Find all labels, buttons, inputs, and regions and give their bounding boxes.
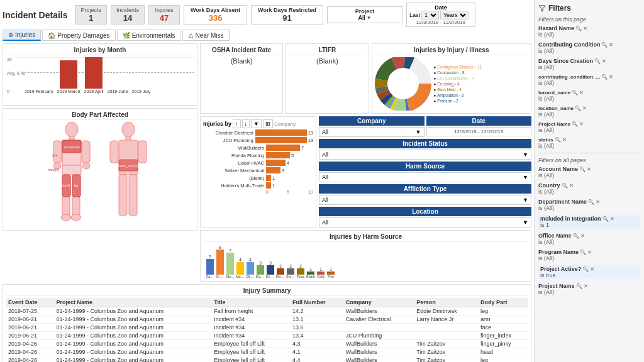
sort-asc-btn[interactable]: ↑ [233,119,241,128]
bar-july: 2019 July [131,88,150,94]
program-clear[interactable]: ✕ [587,250,592,255]
harm-bar-col: 1 Blank [306,267,315,278]
cc-filter-search[interactable]: 🔍 [601,74,608,80]
svg-rect-3 [53,141,62,163]
table-row[interactable]: 2019-04-26 01-24-1999 - Columbus Zoo and… [6,356,528,363]
office-clear[interactable]: ✕ [580,233,585,239]
svg-rect-29 [129,175,137,216]
program-search[interactable]: 🔍 [580,250,586,255]
proj-search[interactable]: 🔍 [572,121,578,127]
tab-environmentals[interactable]: 🌿 Environmentals [117,30,181,41]
loc-clear[interactable]: ✕ [582,106,587,111]
table-row[interactable]: 2019-04-26 01-24-1999 - Columbus Zoo and… [6,348,528,356]
proj-clear[interactable]: ✕ [579,121,584,127]
harm-bar [247,262,254,275]
projall-clear[interactable]: ✕ [584,283,588,289]
cell-person: Tim Zaitzov [414,348,478,356]
filter-contrib-cond: contributing_condition_... 🔍 ✕ is (All) [538,74,640,86]
company-name: Florida Flooring [203,153,266,158]
cell-person: Eddie Dmitrivisk [414,307,478,315]
company-dropdown[interactable]: All ▼ [319,127,425,137]
filter-account-name: Account Name 🔍 ✕ is (All) [538,166,640,178]
affliction-dropdown[interactable]: All ▼ [319,195,531,205]
col-company: Company [343,298,414,307]
incidents-kpi: Incidents 14 [111,5,145,25]
svg-rect-26 [138,141,147,163]
cell-body-part: leg [478,356,528,363]
svg-text:leg: leg [74,184,78,187]
tab-property-damages[interactable]: 🏠 Property Damages [42,30,115,41]
tab-bar: ⊕ Injuries 🏠 Property Damages 🌿 Environm… [3,30,531,41]
days-filter-search[interactable]: 🔍 [594,58,601,64]
sort-desc-btn[interactable]: ↓ [242,119,250,128]
office-search[interactable]: 🔍 [573,233,579,239]
filter-program-name: Program Name 🔍 ✕ is (All) [538,249,640,261]
svg-point-0 [65,122,78,137]
date-selectors[interactable]: Last 1 Years [409,11,472,19]
table-row[interactable]: 2019-06-21 01-24-1999 - Columbus Zoo and… [6,324,528,332]
col-full-number: Full Number [290,298,343,307]
hazard-filter-search[interactable]: 🔍 [575,26,582,31]
cc-filter-clear[interactable]: ✕ [609,74,613,80]
harm-bar [287,268,294,275]
harm-source-dropdown[interactable]: All ▼ [319,172,531,182]
company-name: WallBuilders [203,145,266,151]
harm-count: 8 [219,245,221,250]
table-row[interactable]: 2019-06-21 01-24-1999 - Columbus Zoo and… [6,332,528,340]
svg-point-6 [82,163,90,169]
incl-clear[interactable]: ✕ [610,216,614,222]
status-clear[interactable]: ✕ [562,137,567,143]
date-num-select[interactable]: 1 [421,11,439,19]
country-search[interactable]: 🔍 [562,183,568,189]
harm-bar-col: 1 Cold [316,267,325,278]
projall-search[interactable]: 🔍 [576,283,582,289]
company-count: 5 [291,153,294,158]
tab-near-miss[interactable]: ⚠ Near Miss [182,30,230,41]
property-icon: 🏠 [48,32,55,39]
dept-clear[interactable]: ✕ [596,199,600,205]
contrib-filter-clear[interactable]: ✕ [609,42,613,48]
company-name: JCU Plumbing [203,138,255,143]
cell-person: Tim Zaitzov [414,340,478,348]
expand-btn[interactable]: ⊞ [263,119,273,128]
cell-body-part: finger_index [478,332,528,340]
legend-item: ● Concussion - 8 [434,70,482,75]
harm-count: 2 [279,264,282,268]
country-clear[interactable]: ✕ [569,183,574,189]
filter-days-creation: Days Since Creation 🔍 ✕ is (All) [538,58,640,70]
dept-search[interactable]: 🔍 [588,199,594,205]
active-search[interactable]: 🔍 [582,266,589,272]
table-row[interactable]: 2019-04-26 01-24-1999 - Columbus Zoo and… [6,340,528,348]
near-miss-icon: ⚠ [188,32,194,39]
filter-btn[interactable]: ▼ [251,119,262,128]
injuries-icon: ⊕ [8,31,13,38]
location-dropdown[interactable]: All ▼ [319,217,531,228]
date-unit-select[interactable]: Years [440,11,469,19]
hazard-filter-clear[interactable]: ✕ [583,26,587,31]
active-clear[interactable]: ✕ [590,266,594,272]
incident-status-dropdown[interactable]: All ▼ [319,150,531,160]
company-bar [255,137,307,143]
tab-injuries[interactable]: ⊕ Injuries [3,30,41,41]
y-axis-0: 0 [7,89,9,94]
days-filter-clear[interactable]: ✕ [602,58,606,64]
contrib-filter-search[interactable]: 🔍 [601,42,608,48]
acct-clear[interactable]: ✕ [587,167,591,172]
cell-title: Incident #34 [211,315,290,324]
harm-count: 3 [259,261,262,265]
date-range-right: 12/3/2018 - 12/2/2019 [426,127,532,136]
cell-date: 2019-04-26 [6,340,54,348]
filter-project-name-all: Project Name 🔍 ✕ is (All) [538,283,640,295]
loc-search[interactable]: 🔍 [575,106,581,111]
project-filter[interactable]: Project All ▼ [327,6,402,23]
hn2-search[interactable]: 🔍 [572,90,578,96]
acct-search[interactable]: 🔍 [579,167,586,172]
hn2-clear[interactable]: ✕ [579,90,584,96]
status-search[interactable]: 🔍 [555,137,561,143]
table-row[interactable]: 2019-07-25 01-24-1999 - Columbus Zoo and… [6,307,528,315]
incl-search[interactable]: 🔍 [602,216,609,222]
table-row[interactable]: 2019-06-21 01-24-1999 - Columbus Zoo and… [6,315,528,324]
cell-date: 2019-07-25 [6,307,54,315]
harm-label: Ground [216,275,225,278]
harm-count: 3 [269,261,272,265]
